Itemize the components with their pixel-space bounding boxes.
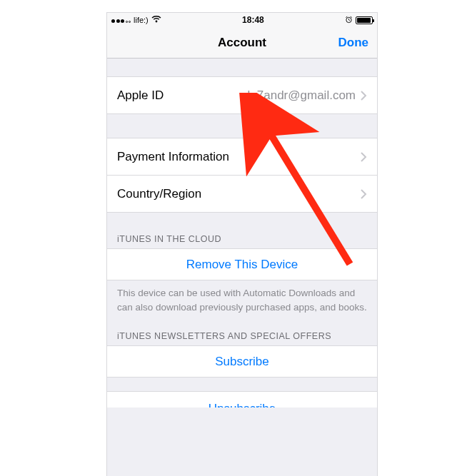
status-bar-right xyxy=(345,16,373,25)
screenshot-root: life:) 18:48 Account Done Apple ID xyxy=(0,0,457,476)
subscribe-button[interactable]: Subscribe xyxy=(107,346,377,378)
status-time: 18:48 xyxy=(242,15,264,25)
apple-id-label: Apple ID xyxy=(117,88,164,103)
chevron-right-icon xyxy=(360,188,367,200)
group-spacer xyxy=(107,378,377,392)
wifi-icon xyxy=(151,15,161,25)
battery-icon xyxy=(356,16,373,24)
nav-bar: Account Done xyxy=(107,27,377,59)
remove-device-label: Remove This Device xyxy=(186,258,298,272)
status-bar-left: life:) xyxy=(111,15,161,25)
subscribe-label: Subscribe xyxy=(215,355,269,369)
status-bar: life:) 18:48 xyxy=(107,13,377,27)
country-region-label: Country/Region xyxy=(117,187,201,201)
phone-frame: life:) 18:48 Account Done Apple ID xyxy=(107,13,377,476)
chevron-right-icon xyxy=(360,90,367,101)
unsubscribe-button[interactable]: Unsubscribe xyxy=(107,392,377,407)
apple-id-value: le7andr@gmail.com xyxy=(164,88,360,103)
cloud-section-footer: This device can be used with Automatic D… xyxy=(107,280,377,318)
unsubscribe-label: Unsubscribe xyxy=(209,402,276,407)
done-button-label: Done xyxy=(338,36,369,50)
group-spacer xyxy=(107,59,377,77)
chevron-right-icon xyxy=(360,151,367,163)
svg-line-5 xyxy=(351,16,352,17)
done-button[interactable]: Done xyxy=(338,27,369,59)
newsletter-section-header: iTUNES NEWSLETTERS AND SPECIAL OFFERS xyxy=(107,318,377,346)
payment-information-row[interactable]: Payment Information xyxy=(107,138,377,176)
carrier-label: life:) xyxy=(134,16,149,24)
group-spacer xyxy=(107,114,377,138)
remove-device-button[interactable]: Remove This Device xyxy=(107,249,377,280)
svg-line-4 xyxy=(346,16,347,17)
cloud-section-header: iTUNES IN THE CLOUD xyxy=(107,213,377,249)
signal-icon xyxy=(111,17,131,23)
apple-id-row[interactable]: Apple ID le7andr@gmail.com xyxy=(107,77,377,114)
svg-point-0 xyxy=(155,21,157,23)
payment-information-label: Payment Information xyxy=(117,150,229,164)
svg-line-3 xyxy=(348,19,349,20)
alarm-icon xyxy=(345,16,353,25)
page-title: Account xyxy=(218,36,266,50)
country-region-row[interactable]: Country/Region xyxy=(107,176,377,213)
